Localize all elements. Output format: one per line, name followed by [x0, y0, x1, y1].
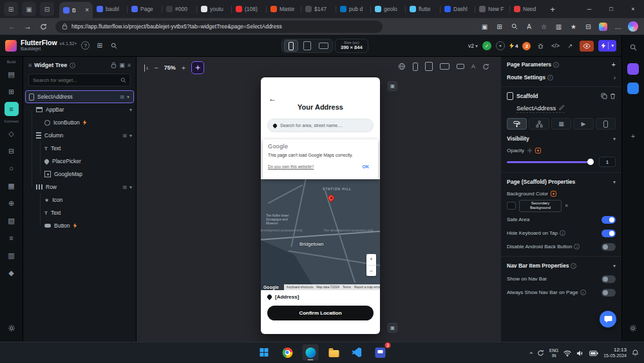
window-restore-button[interactable]: □	[600, 0, 622, 18]
code-view-icon[interactable]: </>	[550, 41, 560, 51]
tree-item-placepicker[interactable]: PlacePicker	[23, 155, 136, 168]
show-navbar-toggle[interactable]	[601, 275, 616, 283]
run-options-chevron-icon[interactable]: ▾	[611, 43, 614, 48]
extension-icon[interactable]	[597, 21, 609, 33]
add-child-icon[interactable]: ⊞	[122, 133, 127, 139]
nav-storage-icon[interactable]: ▧	[5, 213, 19, 228]
confirm-location-button[interactable]: Confirm Location	[267, 306, 374, 320]
flutterflow-logo[interactable]	[5, 40, 17, 52]
nav-api-calls-icon[interactable]: ▦	[5, 179, 19, 193]
place-search-field[interactable]: Search for area, street name....	[267, 119, 374, 132]
opacity-settings-icon[interactable]	[526, 147, 533, 153]
collapse-panel-icon[interactable]: ‹	[144, 64, 148, 72]
chrome-icon[interactable]	[279, 344, 296, 360]
hide-keyboard-toggle[interactable]	[601, 230, 616, 237]
nav-data-types-icon[interactable]: ◇	[5, 126, 19, 141]
opacity-value-field[interactable]: 1	[599, 157, 616, 167]
nav-integrations-icon[interactable]: ⊕	[5, 196, 19, 210]
browser-tab[interactable]: Need	[510, 0, 545, 18]
edge-icon[interactable]	[303, 344, 319, 360]
support-chat-button[interactable]	[600, 311, 616, 328]
project-health-icon[interactable]: ✓	[482, 41, 491, 50]
copy-widget-icon[interactable]	[601, 93, 607, 99]
tree-item-icon[interactable]: ★ Icon	[23, 193, 136, 206]
browser-tab[interactable]: #000	[162, 0, 197, 18]
tree-item-googlemap[interactable]: GoogleMap	[23, 168, 136, 181]
url-text[interactable]: https://app.flutterflow.io/project/baubl…	[71, 23, 282, 30]
rotate-device-icon[interactable]	[482, 63, 489, 70]
battery-icon[interactable]	[589, 351, 598, 356]
project-name[interactable]: Baublejet	[21, 46, 77, 52]
remove-color-icon[interactable]: ×	[565, 202, 568, 209]
device-tablet-icon[interactable]	[425, 62, 433, 71]
tree-item-selectaddress[interactable]: SelectAddress ⊞▾	[25, 90, 134, 103]
test-bug-icon[interactable]	[535, 41, 545, 51]
tab-properties[interactable]	[507, 118, 527, 130]
zoom-in-button[interactable]: +	[182, 64, 185, 72]
collections-icon[interactable]: ⊟	[582, 21, 594, 33]
browser-tab[interactable]: (108)	[232, 0, 267, 18]
browser-tab[interactable]: baubl	[93, 0, 128, 18]
add-child-icon[interactable]: ⊞	[122, 184, 127, 190]
favorites-bar-icon[interactable]: ★	[567, 21, 580, 33]
web-capture-icon[interactable]: ▣	[478, 21, 491, 33]
browser-tab[interactable]: Dashl	[440, 0, 475, 18]
info-icon[interactable]: i	[70, 63, 75, 68]
warnings-badge[interactable]: 2	[522, 42, 531, 50]
locale-globe-icon[interactable]	[398, 63, 406, 70]
language-indicator[interactable]: ENG IN	[549, 348, 558, 358]
nav-firestore-icon[interactable]: ○	[5, 161, 19, 175]
chevron-down-icon[interactable]: ▾	[613, 263, 616, 269]
nav-media-icon[interactable]: ◆	[5, 266, 19, 280]
browser-tab[interactable]: Maste	[267, 0, 301, 18]
tree-item-text2[interactable]: T Text	[23, 206, 136, 219]
copilot-icon[interactable]	[627, 21, 639, 33]
new-tab-button[interactable]: +	[546, 3, 559, 15]
browser-tab[interactable]: New F	[475, 0, 510, 18]
maps-error-ok-button[interactable]: OK	[359, 163, 374, 170]
teams-icon[interactable]: 3	[372, 344, 388, 360]
always-show-navbar-toggle[interactable]	[601, 289, 616, 297]
info-icon[interactable]: i	[560, 230, 565, 236]
tree-item-iconbutton[interactable]: IconButton	[23, 116, 136, 129]
tree-item-text[interactable]: T Text	[23, 142, 136, 155]
info-icon[interactable]: i	[580, 289, 586, 295]
right-rail-search-icon[interactable]	[627, 41, 639, 53]
hidden-icons-chevron[interactable]: ›	[527, 352, 535, 354]
vertical-tabs-icon[interactable]: ⊟	[40, 2, 54, 16]
right-rail-settings-icon[interactable]	[627, 322, 639, 334]
canvas-size-box[interactable]: Size (px) 390 × 844	[335, 39, 368, 53]
zoom-search-icon[interactable]	[508, 21, 520, 33]
command-palette-icon[interactable]: ⊞	[94, 40, 106, 52]
browser-tab[interactable]: Page	[128, 0, 162, 18]
search-icon[interactable]	[108, 40, 120, 52]
map-zoom-out-button[interactable]: −	[366, 266, 376, 277]
nav-widget-tree-icon[interactable]: ≡	[5, 102, 19, 116]
info-icon[interactable]: i	[571, 263, 576, 269]
panel-layout-icon[interactable]: ▣	[119, 62, 125, 68]
report-error-link[interactable]: Report a map error	[354, 286, 380, 289]
back-arrow-icon[interactable]: ←	[269, 94, 276, 103]
widget-search-input[interactable]	[33, 77, 118, 83]
nav-pages-icon[interactable]: ▤	[5, 67, 19, 81]
wifi-icon[interactable]	[564, 350, 571, 357]
forward-icon[interactable]: →	[21, 19, 35, 34]
zoom-out-button[interactable]: −	[154, 64, 158, 72]
chevron-down-icon[interactable]: ▾	[613, 136, 616, 142]
preview-eye-button[interactable]	[580, 41, 594, 52]
info-icon[interactable]: i	[547, 75, 553, 81]
widget-capture-button-top[interactable]: ▣	[388, 81, 397, 91]
collapse-all-icon[interactable]: ≡	[128, 62, 131, 68]
open-external-icon[interactable]: ↗	[565, 41, 575, 51]
device-desktop-icon[interactable]	[440, 63, 450, 70]
device-phone-toggle[interactable]	[284, 40, 298, 52]
tab-data[interactable]: ▦	[551, 118, 571, 130]
workspaces-icon[interactable]: ⊞	[4, 2, 18, 16]
visibility-section-header[interactable]: Visibility ▾	[501, 132, 621, 145]
navbar-section-header[interactable]: Nav Bar Item Propertiesi ▾	[501, 259, 621, 272]
widget-search[interactable]	[28, 74, 131, 86]
clock[interactable]: 12:13 15-05-2024	[603, 347, 627, 359]
google-map[interactable]: STATION HILL The Nidhe Israel Synagogue …	[261, 179, 380, 290]
tab-widget-tree[interactable]	[529, 118, 549, 130]
back-icon[interactable]: ←	[5, 19, 19, 34]
